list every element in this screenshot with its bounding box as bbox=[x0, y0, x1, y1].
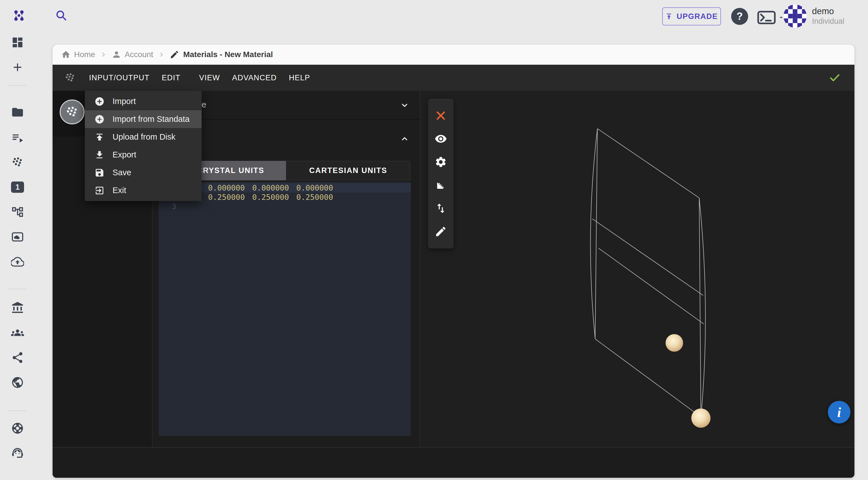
sidebar-item-share[interactable] bbox=[11, 351, 24, 364]
atom-sphere bbox=[691, 409, 711, 428]
menu-view[interactable]: VIEW bbox=[199, 73, 220, 82]
editor-line: 3 bbox=[159, 202, 411, 211]
info-button[interactable]: i bbox=[828, 401, 850, 423]
info-glyph: i bbox=[837, 405, 841, 420]
exit-icon bbox=[94, 186, 104, 196]
materials-dots-icon bbox=[65, 105, 79, 119]
breadcrumb-account-label: Account bbox=[125, 50, 153, 59]
breadcrumb-home[interactable]: Home bbox=[61, 50, 95, 59]
search-icon[interactable] bbox=[55, 9, 68, 22]
upgrade-label: UPGRADE bbox=[677, 12, 718, 21]
coord-y: 0.000000 bbox=[252, 184, 296, 192]
chevron-right-icon bbox=[157, 50, 166, 59]
edit-pencil-icon bbox=[169, 50, 179, 59]
sidebar-item-bank[interactable] bbox=[11, 301, 24, 314]
menu-item-label: Upload from Disk bbox=[113, 132, 175, 141]
sidebar-item-globe[interactable] bbox=[11, 376, 24, 389]
help-button[interactable]: ? bbox=[731, 8, 748, 25]
sidebar-item-workflows-tree[interactable] bbox=[11, 205, 24, 219]
user-menu[interactable]: demo Individual bbox=[812, 6, 844, 26]
crystal-3d-scene[interactable] bbox=[420, 91, 855, 448]
breadcrumb-current-label: Materials - New Material bbox=[183, 50, 273, 59]
chevron-right-icon bbox=[99, 50, 108, 59]
sidebar-item-cloud-upload[interactable] bbox=[11, 255, 24, 268]
menu-input-output[interactable]: INPUT/OUTPUT bbox=[89, 73, 150, 82]
coord-x: 0.000000 bbox=[208, 184, 252, 192]
user-avatar[interactable] bbox=[783, 4, 807, 28]
sidebar-item-support-wheel[interactable] bbox=[11, 422, 24, 435]
app-root: UPGRADE ? demo Individual bbox=[0, 0, 868, 480]
filter-one-label: 1 bbox=[15, 183, 20, 192]
viewer-toolbar bbox=[428, 99, 454, 249]
menu-item-label: Import bbox=[113, 97, 136, 106]
designer-menubar: INPUT/OUTPUT EDIT VIEW ADVANCED HELP bbox=[53, 65, 855, 91]
edit-pencil-icon[interactable] bbox=[435, 225, 447, 238]
add-circle-icon bbox=[94, 96, 104, 106]
breadcrumb: Home Account Materials - New Material bbox=[53, 45, 855, 65]
tab-cartesian-units-label: CARTESIAN UNITS bbox=[309, 166, 387, 175]
menu-item-label: Save bbox=[113, 168, 131, 177]
expand-less-icon[interactable] bbox=[400, 133, 410, 143]
swap-vertical-icon[interactable] bbox=[435, 202, 447, 215]
upgrade-button[interactable]: UPGRADE bbox=[662, 7, 721, 26]
menu-item-label: Import from Standata bbox=[113, 115, 189, 124]
menu-advanced[interactable]: ADVANCED bbox=[232, 73, 277, 82]
sidebar-divider bbox=[8, 85, 27, 86]
card-footer bbox=[53, 447, 855, 478]
home-icon bbox=[61, 50, 71, 59]
terminal-icon bbox=[757, 11, 776, 24]
input-output-menu: Import Import from Standata Upload from … bbox=[85, 91, 202, 201]
settings-gear-icon[interactable] bbox=[435, 156, 447, 168]
sidebar-item-add[interactable] bbox=[11, 61, 24, 74]
sidebar-item-filter-one[interactable]: 1 bbox=[11, 182, 24, 193]
sidebar-item-groups[interactable] bbox=[11, 326, 24, 339]
expand-more-icon[interactable] bbox=[400, 100, 410, 110]
save-icon bbox=[94, 168, 104, 178]
atom-sphere bbox=[665, 334, 683, 352]
menu-item-save[interactable]: Save bbox=[85, 164, 202, 182]
coord-z: 0.000000 bbox=[296, 184, 340, 192]
sidebar-item-dashboard[interactable] bbox=[11, 36, 24, 49]
menu-help[interactable]: HELP bbox=[289, 73, 310, 82]
sidebar-item-media[interactable] bbox=[11, 230, 24, 244]
help-glyph: ? bbox=[737, 10, 743, 22]
menu-item-upload-from-disk[interactable]: Upload from Disk bbox=[85, 128, 202, 146]
sidebar-item-support-agent[interactable] bbox=[11, 446, 24, 459]
sidebar-item-materials-dots[interactable] bbox=[11, 156, 24, 169]
download-icon bbox=[94, 150, 104, 160]
close-icon[interactable] bbox=[435, 109, 447, 122]
check-icon[interactable] bbox=[829, 71, 841, 84]
visibility-eye-icon[interactable] bbox=[435, 133, 447, 145]
coord-z: 0.250000 bbox=[296, 193, 340, 201]
basis-code-editor[interactable]: 1 0.000000 0.000000 0.000000 2 0.250000 … bbox=[159, 182, 411, 436]
menu-item-export[interactable]: Export bbox=[85, 146, 202, 164]
menu-edit[interactable]: EDIT bbox=[162, 73, 180, 82]
menu-item-import-from-standata[interactable]: Import from Standata bbox=[85, 110, 202, 128]
tab-cartesian-units[interactable]: CARTESIAN UNITS bbox=[286, 161, 410, 180]
sidebar-divider bbox=[8, 289, 27, 289]
coord-x: 0.250000 bbox=[208, 193, 252, 201]
breadcrumb-home-label: Home bbox=[74, 50, 95, 59]
mat3ra-logo-icon[interactable] bbox=[12, 8, 26, 23]
person-icon bbox=[112, 50, 121, 59]
tab-crystal-units-label: CRYSTAL UNITS bbox=[197, 166, 265, 175]
menu-item-exit[interactable]: Exit bbox=[85, 182, 202, 199]
upload-icon bbox=[94, 132, 104, 142]
console-menu-button[interactable] bbox=[757, 11, 785, 24]
coord-y: 0.250000 bbox=[252, 193, 296, 201]
line-number: 3 bbox=[159, 202, 180, 211]
sidebar-item-jobs-playlist[interactable] bbox=[11, 131, 24, 144]
menu-item-import[interactable]: Import bbox=[85, 92, 202, 110]
measure-ruler-icon[interactable] bbox=[435, 179, 447, 191]
menu-item-label: Exit bbox=[113, 186, 126, 195]
sidebar-item-projects-folder[interactable] bbox=[11, 106, 24, 119]
upgrade-arrow-icon bbox=[665, 12, 673, 21]
menu-item-label: Export bbox=[113, 150, 136, 159]
sidebar-divider bbox=[8, 411, 27, 411]
add-circle-icon bbox=[94, 114, 104, 124]
viewer-column: i bbox=[420, 91, 855, 447]
breadcrumb-account[interactable]: Account bbox=[112, 50, 153, 59]
user-name: demo bbox=[812, 6, 844, 17]
material-item-button[interactable] bbox=[60, 99, 85, 124]
materials-dots-icon bbox=[64, 72, 76, 84]
